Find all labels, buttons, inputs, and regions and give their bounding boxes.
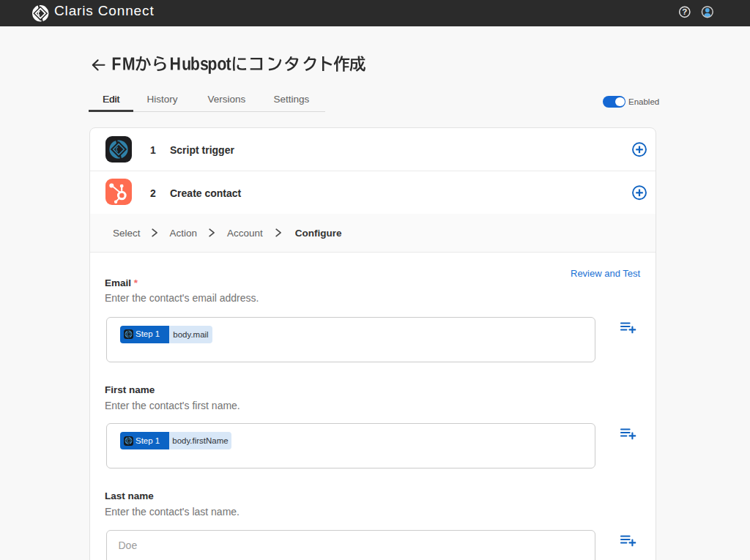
- svg-text:?: ?: [682, 7, 687, 16]
